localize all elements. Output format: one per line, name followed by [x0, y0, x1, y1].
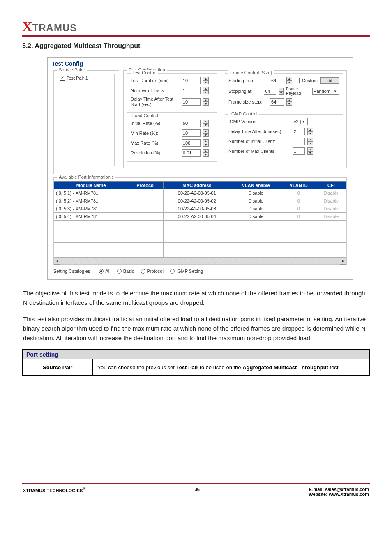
scroll-track[interactable]	[60, 258, 340, 264]
delay-start-input[interactable]: 10	[182, 98, 201, 106]
load-control-legend: Load Control	[131, 113, 160, 118]
spinner[interactable]: ▲▼	[203, 139, 209, 147]
port-setting-row-label: Source Pair	[23, 359, 92, 376]
table-row	[54, 243, 346, 250]
spinner[interactable]: ▲▼	[307, 138, 313, 145]
min-rate-input[interactable]: 10	[182, 129, 201, 137]
header-rule	[22, 35, 370, 37]
resolution-input[interactable]: 0.01	[182, 149, 201, 157]
frame-step-input[interactable]: 64	[270, 98, 284, 106]
logo-rest: TRAMUS	[32, 22, 77, 34]
chevron-down-icon: ▼	[332, 90, 338, 93]
spinner[interactable]: ▲▼	[203, 149, 209, 157]
delay-join-input[interactable]: 2	[293, 128, 305, 135]
starting-from-input[interactable]: 64	[270, 77, 284, 84]
section-title: 5.2. Aggregated Multicast Throughput	[22, 42, 370, 50]
spinner[interactable]: ▲▼	[286, 98, 292, 106]
frame-payload-select[interactable]: Random▼	[312, 88, 340, 95]
table-row	[54, 228, 346, 235]
port-info-legend: Available Port Information :	[57, 175, 115, 180]
checkbox-icon[interactable]: ✔	[60, 76, 65, 81]
table-row[interactable]: ( 0, 5,2) - XM-RM78100-22-A2-00-05-02Dis…	[54, 197, 346, 205]
th-cfi: CFI	[316, 182, 346, 189]
spinner[interactable]: ▲▼	[307, 147, 313, 155]
scroll-left-icon[interactable]: ◄	[54, 258, 60, 265]
delay-join-label: Delay Time After Join(sec):	[228, 129, 290, 134]
table-row	[54, 221, 346, 228]
spinner[interactable]: ▲▼	[203, 120, 209, 127]
scroll-right-icon[interactable]: ►	[340, 258, 346, 265]
starting-from-label: Starting from:	[228, 78, 267, 83]
max-rate-input[interactable]: 100	[182, 139, 201, 147]
port-setting-row-text: You can choose the previous set Test Pai…	[92, 359, 369, 376]
th-mac: MAC address	[164, 182, 231, 189]
source-pair-list[interactable]: ✔ Test Pair 1	[58, 74, 115, 166]
spinner[interactable]: ▲▼	[286, 77, 292, 84]
spinner[interactable]: ▲▼	[203, 87, 209, 94]
frame-control-legend: Frame Control (Size)	[228, 70, 274, 75]
spinner[interactable]: ▲▼	[279, 88, 284, 95]
custom-label: Custom	[302, 78, 318, 83]
test-config-dialog: Test Config Source Pair : ✔ Test Pair 1	[47, 57, 353, 280]
init-client-label: Number of initial Client:	[228, 139, 290, 144]
th-vlanid: VLAN ID	[281, 182, 316, 189]
footer-left: XTRAMUS TECHNOLOGIES®	[23, 487, 85, 493]
dialog-title: Test Config	[48, 58, 353, 68]
source-pair-item[interactable]: ✔ Test Pair 1	[59, 75, 113, 81]
table-row[interactable]: ( 0, 5,4) - XM-RM78100-22-A2-00-05-04Dis…	[54, 213, 346, 221]
duration-input[interactable]: 10	[182, 77, 201, 84]
table-row[interactable]: ( 0, 5,1) - XM-RM78100-22-A2-00-05-01Dis…	[54, 189, 346, 197]
horizontal-scrollbar[interactable]: ◄ ►	[54, 258, 346, 264]
th-module: Module Name	[54, 182, 128, 189]
radio-basic[interactable]: Basic	[117, 269, 134, 274]
edit-button[interactable]: Edit..	[320, 77, 339, 84]
max-client-label: Number of Max Clients:	[228, 149, 290, 154]
frame-step-label: Frame size step:	[228, 99, 267, 104]
source-pair-item-label: Test Pair 1	[67, 76, 88, 81]
table-row[interactable]: ( 0, 5,3) - XM-RM78100-22-A2-00-05-03Dis…	[54, 205, 346, 213]
port-info-table: Module Name Protocol MAC address VLAN en…	[54, 181, 346, 258]
th-protocol: Protocol	[128, 182, 164, 189]
chevron-down-icon: ▼	[300, 120, 307, 124]
categories-label: Setting Catelogies :	[53, 269, 92, 274]
footer-right: E-mail: sales@xtramus.com Website: www.X…	[309, 487, 369, 497]
delay-start-label: Delay Time After Test Start (sec) :	[131, 97, 179, 107]
resolution-label: Resolution (%):	[131, 150, 179, 155]
paragraph-2: This test also provides multicast traffi…	[23, 314, 369, 343]
port-setting-table: Port setting Source Pair You can choose …	[22, 349, 370, 376]
radio-igmp[interactable]: IGMP Setting	[170, 269, 203, 274]
stopping-at-label: Stopping at:	[228, 89, 261, 94]
radio-all[interactable]: All	[99, 269, 110, 274]
port-setting-header: Port setting	[23, 350, 369, 359]
duration-label: Test Duration (sec):	[131, 78, 179, 83]
spinner[interactable]: ▲▼	[203, 129, 209, 137]
custom-checkbox[interactable]	[295, 78, 300, 83]
spinner[interactable]: ▲▼	[203, 77, 209, 84]
table-row	[54, 250, 346, 258]
init-client-input[interactable]: 1	[293, 138, 305, 145]
table-row	[54, 235, 346, 243]
spinner[interactable]: ▲▼	[307, 128, 313, 135]
test-control-legend: Test Control	[131, 70, 158, 75]
logo-x: X	[22, 20, 32, 34]
initial-rate-label: Initial Rate (%):	[131, 121, 179, 126]
source-pair-legend: Source Pair :	[57, 67, 87, 72]
trails-label: Number of Trails:	[131, 88, 179, 93]
th-vlan: VLAN enable	[231, 182, 281, 189]
igmp-version-label: IGMP Version :	[228, 119, 290, 124]
radio-protocol[interactable]: Protocol	[141, 269, 164, 274]
page-footer: XTRAMUS TECHNOLOGIES® 36 E-mail: sales@x…	[22, 484, 370, 501]
footer-page-number: 36	[195, 487, 200, 492]
frame-payload-label: Frame Payload	[286, 87, 309, 96]
paragraph-1: The objective of this test mode is to de…	[23, 288, 369, 308]
stopping-at-input[interactable]: 64	[264, 88, 276, 95]
max-rate-label: Max Rate (%):	[131, 140, 179, 145]
igmp-version-select[interactable]: v2▼	[293, 118, 308, 125]
brand-logo: X TRAMUS	[22, 20, 370, 34]
max-client-input[interactable]: 1	[293, 147, 305, 155]
spinner[interactable]: ▲▼	[203, 98, 209, 106]
igmp-control-legend: IGMP Control	[228, 111, 259, 116]
initial-rate-input[interactable]: 50	[182, 120, 201, 127]
min-rate-label: Min Rate (%):	[131, 131, 179, 136]
trails-input[interactable]: 1	[182, 87, 201, 94]
